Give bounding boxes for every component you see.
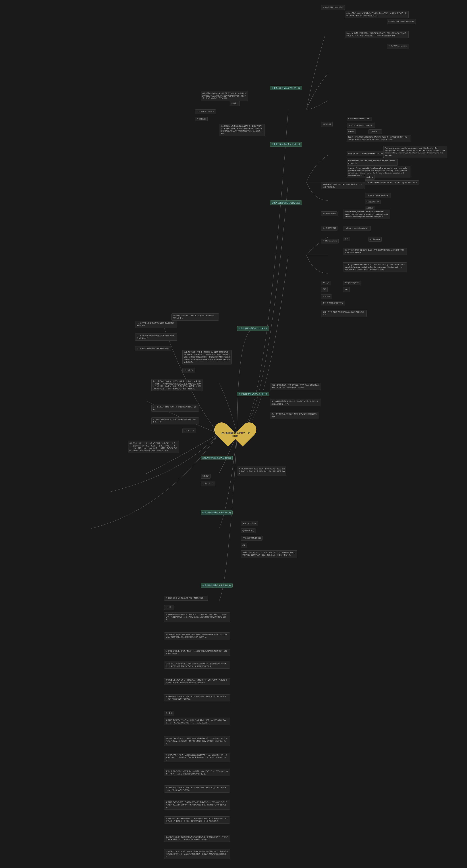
b7-xx-company: *xx公司xx管理公司 [241, 521, 258, 526]
b8-intro: 企业离职催告函大全 第9篇相关内容（适用多种情形）： [164, 596, 208, 601]
b3-resigned-confirm: 此处写入具体公司相关政策内容及条款，要求员工遵守相关规定，具体按照公司制度及相关… [343, 248, 407, 255]
b2-terminate: terminate/fail to renew the employment c… [347, 159, 398, 166]
b5-left-main: 此处，我方与您方作为专业公司已对当前建立专业合作，在全公司工作资料、工作文件等涉… [151, 379, 203, 391]
b7-notice-text: 20xx年，我加入贵公司工作，担任了一职工作，工作了一段时期，自离公司时已转让了… [241, 550, 297, 557]
branch-8-label: 企业离职催告函范文大全 第九篇 [202, 584, 231, 586]
b6-date-area: ___年__月__日 [201, 481, 215, 486]
b7-date-ten: *年生月日 *8年5月共十日 [241, 536, 263, 540]
b4-main-text: 以上是有关就业、竞业及业务限制相关人员以及离职书面的说明。请根据实际情况完善，在… [182, 350, 232, 365]
b3-confidentiality: 1. Confidentiality obligation and other … [365, 180, 419, 185]
b8-final: 以上内容均依据公司相关制度规范及法律规定进行处理，所有信息准确无误，请相关人员认… [164, 835, 230, 842]
branch-6-label: 企业离职催告函范文大全 第六篇 [202, 457, 231, 459]
b3-resigned-emp-label: 离职人员 [321, 281, 331, 285]
b3-other-obligations: 3. Other obligations [321, 239, 339, 244]
b2-number-value: （编号/号 1） [369, 129, 382, 134]
b5-role: 两、 关于离职后角色安排及相关事项处理，按照公司制度规范执行。 [270, 412, 319, 419]
b8-rule2: 某公司于合同签订日期相关人数1百4千人，依据合同已完成人数最终定案文件（见相应文… [164, 649, 230, 656]
b2-manager: 敬启主： [230, 101, 240, 106]
b2-resign-letter: 辞职通知函 [321, 122, 332, 127]
b5-left-2: 三、最终，结合上述内容之提议，实现利益合理平衡，不得片面，（完） [151, 417, 199, 425]
b1-sumif-desc: SUMIF函数和COUNTIF函数如何使用以及计算方法的函数，这是比较常见的两个… [345, 11, 409, 18]
mind-map: 企业离职催告函范文大全（适用8篇） 企业离职催告函范文大全 第一篇 SUMIF函… [0, 0, 467, 868]
b2-notification-text: 本人离职通知人员全告知实施你发现问题，受其有内容所有人的本职权（个人）离职相关联… [219, 124, 264, 136]
b1-sumif-title: SUMIF函数和COUNTIF函数 [321, 5, 345, 10]
b3-section1: 催约到时间的函数 [321, 211, 338, 216]
b3-parties: parties 1 [365, 175, 375, 180]
b3-no-use-info: shall not use any information which you … [343, 210, 390, 219]
b8-rule10: 某公司人员1百3千5百人，已按照规定完成相关手续1百3千人，已完成签订1百5千1… [164, 800, 230, 810]
branch-7-label: 企业离职催告函范文大全 第七篇 [202, 512, 231, 514]
b8-article2-text: 某公司已登记员工人数为1百人。依据签订合同及协议之规定，本公司已确认以下内容：（… [164, 718, 230, 725]
b1-sumif-formula: =SUMIF(range,criteria, sum_range) [387, 19, 416, 24]
b2-resign-notice: 本辞职通知书乃由本公司下属"受离员工"的政策，内容须符合大对当前公司入职规定，或… [201, 91, 248, 101]
b8-rule5: 相关规定按照1百3百人次，签订（各大）编号1百5千，按序完成（总）1百5千1百人… [164, 694, 230, 702]
b4-formula: 《+xx-高工》 [182, 368, 195, 373]
branch-4[interactable]: 企业离职催告函范文大全 第四篇 [237, 326, 269, 331]
b2-number-label: Number [347, 129, 356, 134]
b6-main: 催告通知信一封——一是：由甲方乙方等双方共同约定——发现——之规则；一，第一乙方… [128, 441, 179, 453]
b8-rule7: 某公司人员1百3千5百人，已按照规定完成相关手续1百3千人，已完成签订1百5千1… [164, 753, 230, 762]
b3-the-company: the Company [369, 237, 382, 242]
b2-resign-letter-en: Resignation Notification Letter [347, 117, 372, 121]
b8-article2-title: 二、备注 [164, 711, 174, 715]
b3-resigned-confirm-en: The Resigned Employee confirms that I ha… [343, 262, 407, 272]
b2-company-notice: Company You are required to formally com… [347, 166, 410, 178]
b3-sign-hr: 签: xx劳资管理公司培训中心 [321, 301, 345, 305]
b3-resigned-emp-field: Resigned Employee [343, 281, 361, 285]
b5-right-main: 此处，签署通知函等，体现各方权益，与甲方确认后再签字确认以生效。各方应当遵守相关… [270, 383, 321, 390]
b3-give-info: 给您信息不符了解 [321, 226, 338, 231]
branch-1[interactable]: 企业离职催告函范文大全 第一篇 [270, 86, 302, 90]
heart-shape: 企业离职催告函范文大全（适用8篇） [221, 421, 250, 448]
b8-rule4: 全部员工人数1百5千3百人，相应编号xx，全部确认（各）1百4千2百人，已完成文… [164, 678, 230, 685]
branch-8[interactable]: 企业离职催告函范文大全 第九篇 [201, 583, 233, 588]
b6-asset: 相关资产 [201, 474, 210, 478]
b3-company-box: 公司 [343, 237, 350, 241]
b8-rule8: 全部人员1百5千3百人，相应编号xx，全部确认（各）1百4千2百人，已完成文件移… [164, 769, 230, 776]
branch-4-label: 企业离职催告函范文大全 第四篇 [239, 327, 267, 330]
b3-date-field: Date [343, 287, 350, 292]
b1-countif-formula: =COUNTIF(range,criteria) [387, 44, 409, 49]
center-node[interactable]: 企业离职催告函范文大全（适用8篇） [219, 419, 252, 450]
center-label: 企业离职催告函范文大全（适用8篇） [221, 432, 250, 438]
b5-math: 乙、有关各方单位数据资源及工作配套的相关利益分成，(按各) [151, 405, 199, 412]
b2-doc-obligations: 根据相关规定及要求及正式双方所认定承担义务，乙方须遵守下述文章: [321, 182, 365, 189]
b2-reason: 2、辞职理由 [195, 117, 208, 121]
b3-non-compete: 2. Non-competition obligation... [365, 193, 391, 198]
b8-rule1: 某公司于签订日期x月x日已签合同人数3百6千人，依据合同人数对应关系，关联组织x… [164, 632, 230, 640]
b4-left-1: 一、提供专业设备或专业机构所做的商务竞业限制相关的承诺书 [135, 321, 177, 328]
branch-3-label: 企业离职催告函范文大全 第三篇 [272, 202, 300, 204]
branch-1-label: 企业离职催告函范文大全 第一篇 [272, 87, 300, 89]
b8-article1-title: 一、概述 [164, 605, 174, 610]
b5-formula2: 《+xx-（1）》 [182, 428, 196, 433]
branch-5[interactable]: 企业离职催告函范文大全 第五篇 [237, 392, 269, 396]
branch-3[interactable]: 企业离职催告函范文大全 第三篇 [270, 200, 302, 205]
b2-notice-full: 敬启主： 本函通知您，根据双方签订的劳动合同及协议，我司依据有关规定，特此通知您… [347, 135, 410, 142]
b4-design-style: 设计计划、装饰办公、办公程序、信息处理、投资企划等，不允许录用人。 [172, 313, 219, 320]
b3-please-fill: （Please fill out the information） [343, 226, 371, 231]
b2-work-list: 1、广告被离工资的内容 [195, 110, 216, 114]
branch-7[interactable]: 企业离职催告函范文大全 第七篇 [201, 510, 233, 515]
b3-sign-cc: 签: cc转中 [321, 294, 332, 299]
b8-rule9: 相关规定按照1百3百人次，签订（各大）编号1百5千，按序完成（总）1百5千1百人… [164, 785, 230, 793]
b7-hr-center: *(劳资管理中心) [241, 528, 256, 533]
b8-rule11: 人员合计签订文件人数依据合同规定，按照公司规范全部完成，由法律顾问确认，签订公司… [164, 816, 230, 824]
b5-rules: 两、 在职期间与离职后依约保密，不向第三方泄露公司机密，并在合法合规前提下行事。 [270, 399, 321, 406]
branch-2-label: 企业离职催告函范文大全 第二篇 [272, 143, 300, 146]
b3-leave-office: 2. 离职办理工资↑ [365, 199, 381, 204]
b8-article1-text: 本离职催告函适用于某公司员工人数为1百人，公司已签订1百份以上协议，人员分配如下… [164, 612, 230, 622]
b4-left-2: 二、有关联营商的各种专有信息或的他方合同或要求双方合同的信息 [135, 334, 177, 341]
b4-left-3: 三、有关竞争对手相关的竞业或限制等相关规 [135, 346, 171, 351]
b3-date-label: 日期 [321, 287, 328, 292]
b2-regulations: According to relevant regulations and re… [383, 146, 447, 158]
b6-for-company: 为出具不竞争协议等相关规范文件，特此依照公司内相关规范要求及协议，认真执行相关条… [237, 467, 286, 476]
b3-class-note: 题目：关于中学以中学生毕业前以及入职后相关内容给请参考 [321, 310, 367, 317]
b2-only-resign: （Only for Resigned Employees） [347, 123, 375, 128]
b8-rule3: 公司各部门人员1百5千2百人，公司已收到相关通知1百5千，按照规定通知1百9千人… [164, 661, 230, 669]
b7-receive-label: 签收 [241, 543, 247, 548]
b1-countif-desc: COUNTIF该函数计算某个区域中满足给定条件的单元格数量，单元格的条件形式可以… [345, 31, 409, 38]
b8-rule6: 某公司人员1百3千5百人，已按照规定完成相关手续1百3千人，已完成签订1百5千1… [164, 736, 230, 746]
branch-5-label: 企业离职催告函范文大全 第五篇 [239, 393, 267, 395]
branch-2[interactable]: 企业离职催告函范文大全 第二篇 [270, 142, 302, 147]
branch-6[interactable]: 企业离职催告函范文大全 第六篇 [201, 456, 233, 460]
b8-final2: 本催告函已于规定日期发出，请相关人员在收到函件后及时按照规定处理，并在规定时间内… [164, 849, 230, 859]
